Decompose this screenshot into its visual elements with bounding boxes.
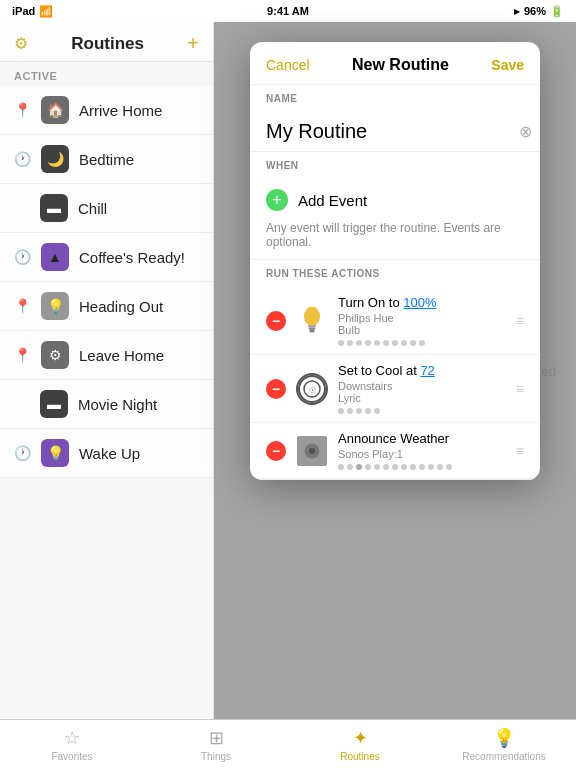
add-routine-button[interactable]: + bbox=[187, 32, 199, 55]
svg-text:☉: ☉ bbox=[309, 386, 316, 395]
wifi-icon: 📶 bbox=[39, 5, 53, 18]
tab-routines[interactable]: ✦ Routines bbox=[288, 727, 432, 762]
hue-device-name: Philips HueBulb bbox=[338, 312, 508, 336]
dot bbox=[392, 340, 398, 346]
bedtime-icon: 🌙 bbox=[41, 145, 69, 173]
actions-list: − Turn On to 100% bbox=[250, 287, 540, 480]
signal-icon: ▸ bbox=[514, 5, 520, 18]
hue-link[interactable]: 100% bbox=[403, 295, 436, 310]
lyric-dots bbox=[338, 408, 508, 414]
tab-bar: ☆ Favorites ⊞ Things ✦ Routines 💡 Recomm… bbox=[0, 719, 576, 768]
hue-action-details: Turn On to 100% Philips HueBulb bbox=[338, 295, 508, 346]
action-row-sonos: − Announc bbox=[250, 423, 540, 479]
dot bbox=[410, 340, 416, 346]
active-section-label: ACTIVE bbox=[0, 62, 213, 86]
favorites-icon: ☆ bbox=[64, 727, 80, 749]
dot bbox=[401, 464, 407, 470]
gear-icon[interactable]: ⚙ bbox=[14, 34, 28, 53]
hue-drag-handle[interactable]: ≡ bbox=[516, 313, 524, 329]
sonos-action-description: Announce Weather bbox=[338, 431, 508, 446]
sonos-dots bbox=[338, 464, 508, 470]
sidebar-item-heading-out[interactable]: 📍 💡 Heading Out bbox=[0, 282, 213, 331]
sidebar-title: Routines bbox=[28, 34, 187, 54]
cancel-button[interactable]: Cancel bbox=[266, 57, 310, 73]
save-button[interactable]: Save bbox=[491, 57, 524, 73]
status-left: iPad 📶 bbox=[12, 5, 53, 18]
actions-label: RUN THESE ACTIONS bbox=[266, 268, 524, 279]
wake-up-icon: 💡 bbox=[41, 439, 69, 467]
dot bbox=[347, 464, 353, 470]
dot bbox=[446, 464, 452, 470]
leave-home-label: Leave Home bbox=[79, 347, 164, 364]
dot bbox=[374, 340, 380, 346]
location-icon3: 📍 bbox=[14, 347, 31, 363]
location-icon2: 📍 bbox=[14, 298, 31, 314]
dot bbox=[419, 464, 425, 470]
sonos-action-details: Announce Weather Sonos Play:1 bbox=[338, 431, 508, 470]
chill-icon: ▬ bbox=[40, 194, 68, 222]
name-label: NAME bbox=[266, 93, 524, 104]
lyric-drag-handle[interactable]: ≡ bbox=[516, 381, 524, 397]
lyric-icon: ☉ bbox=[294, 371, 330, 407]
favorites-label: Favorites bbox=[51, 751, 92, 762]
dot bbox=[392, 464, 398, 470]
clock-icon: 🕐 bbox=[14, 151, 31, 167]
routines-label: Routines bbox=[340, 751, 379, 762]
recommendations-icon: 💡 bbox=[493, 727, 515, 749]
dot bbox=[365, 464, 371, 470]
lyric-action-description: Set to Cool at 72 bbox=[338, 363, 508, 378]
sidebar-item-coffees-ready[interactable]: 🕐 ▲ Coffee's Ready! bbox=[0, 233, 213, 282]
sonos-drag-handle[interactable]: ≡ bbox=[516, 443, 524, 459]
device-label: iPad bbox=[12, 5, 35, 17]
dot bbox=[401, 340, 407, 346]
dot bbox=[338, 464, 344, 470]
action-row-hue: − Turn On to 100% bbox=[250, 287, 540, 355]
tab-things[interactable]: ⊞ Things bbox=[144, 727, 288, 762]
dot bbox=[437, 464, 443, 470]
speaker-icon bbox=[297, 436, 327, 466]
dot bbox=[365, 408, 371, 414]
tab-recommendations[interactable]: 💡 Recommendations bbox=[432, 727, 576, 762]
new-routine-modal: Cancel New Routine Save NAME ⊗ WHEN bbox=[250, 42, 540, 480]
tab-favorites[interactable]: ☆ Favorites bbox=[0, 727, 144, 762]
svg-point-0 bbox=[304, 306, 320, 325]
dot bbox=[419, 340, 425, 346]
things-label: Things bbox=[201, 751, 231, 762]
dot bbox=[410, 464, 416, 470]
routine-name-input[interactable] bbox=[266, 120, 519, 143]
remove-hue-button[interactable]: − bbox=[266, 311, 286, 331]
sidebar-item-movie-night[interactable]: ▬ Movie Night bbox=[0, 380, 213, 429]
hue-action-description: Turn On to 100% bbox=[338, 295, 508, 310]
remove-lyric-button[interactable]: − bbox=[266, 379, 286, 399]
movie-night-label: Movie Night bbox=[78, 396, 157, 413]
bedtime-label: Bedtime bbox=[79, 151, 134, 168]
lyric-link[interactable]: 72 bbox=[420, 363, 434, 378]
name-section: NAME bbox=[250, 85, 540, 112]
battery-icon: 🔋 bbox=[550, 5, 564, 18]
sidebar-item-bedtime[interactable]: 🕐 🌙 Bedtime bbox=[0, 135, 213, 184]
add-event-row[interactable]: + Add Event bbox=[266, 179, 524, 221]
dot bbox=[347, 408, 353, 414]
sidebar-item-leave-home[interactable]: 📍 ⚙ Leave Home bbox=[0, 331, 213, 380]
status-bar: iPad 📶 9:41 AM ▸ 96% 🔋 bbox=[0, 0, 576, 22]
modal-title: New Routine bbox=[352, 56, 449, 74]
status-time: 9:41 AM bbox=[267, 5, 309, 17]
sidebar-item-wake-up[interactable]: 🕐 💡 Wake Up bbox=[0, 429, 213, 478]
arrive-home-label: Arrive Home bbox=[79, 102, 162, 119]
things-icon: ⊞ bbox=[209, 727, 224, 749]
clear-name-button[interactable]: ⊗ bbox=[519, 122, 532, 141]
battery-label: 96% bbox=[524, 5, 546, 17]
dot bbox=[374, 464, 380, 470]
lyric-action-details: Set to Cool at 72 DownstairsLyric bbox=[338, 363, 508, 414]
sidebar-item-arrive-home[interactable]: 📍 🏠 Arrive Home bbox=[0, 86, 213, 135]
movie-night-icon: ▬ bbox=[40, 390, 68, 418]
recommendations-label: Recommendations bbox=[462, 751, 545, 762]
remove-sonos-button[interactable]: − bbox=[266, 441, 286, 461]
modal-overlay: Cancel New Routine Save NAME ⊗ WHEN bbox=[214, 22, 576, 719]
sidebar-item-chill[interactable]: ▬ Chill bbox=[0, 184, 213, 233]
dot bbox=[365, 340, 371, 346]
dot bbox=[374, 408, 380, 414]
svg-rect-2 bbox=[309, 327, 315, 329]
dot bbox=[347, 340, 353, 346]
svg-point-9 bbox=[309, 447, 315, 453]
